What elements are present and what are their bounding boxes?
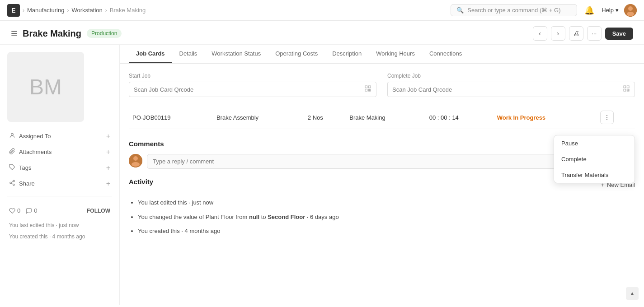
tab-workstation-status[interactable]: Workstation Status	[204, 45, 268, 63]
sidebar-item-share[interactable]: Share +	[7, 177, 112, 191]
sidebar-item-attachments[interactable]: Attachments +	[7, 145, 112, 159]
page-header-left: ☰ Brake Making Production	[11, 28, 122, 39]
follow-button[interactable]: FOLLOW	[87, 208, 110, 214]
tab-description[interactable]: Description	[325, 45, 369, 63]
job-table: PO-JOB00119 Brake Assembly 2 Nos Brake M…	[129, 106, 635, 129]
tab-details[interactable]: Details	[172, 45, 205, 63]
scroll-up-button[interactable]: ▲	[626, 287, 639, 300]
start-job-qr-scan-icon[interactable]	[364, 85, 371, 94]
svg-rect-13	[368, 89, 369, 90]
svg-rect-16	[368, 90, 369, 91]
complete-job-input[interactable]	[392, 86, 619, 93]
more-options-button[interactable]: ···	[587, 26, 602, 41]
sidebar-activity: You last edited this · just now You crea…	[7, 219, 112, 246]
comments-count: 0	[34, 207, 37, 214]
dropdown-item-complete[interactable]: Complete	[554, 151, 635, 167]
comment-button[interactable]: 0	[26, 207, 37, 214]
page-title: Brake Making	[23, 28, 81, 39]
complete-job-label: Complete Job	[387, 73, 635, 79]
prev-button[interactable]: ‹	[533, 26, 547, 41]
svg-rect-18	[627, 86, 629, 88]
like-button[interactable]: 0	[9, 207, 20, 214]
job-assembly: Brake Assembly	[216, 114, 259, 121]
breadcrumb-sep-3: ›	[105, 7, 107, 14]
breadcrumb-current: Brake Making	[110, 7, 146, 14]
share-icon	[9, 180, 15, 187]
help-label: Help	[602, 7, 614, 14]
complete-job-field: Complete Job	[387, 73, 635, 97]
dropdown-item-transfer[interactable]: Transfer Materials	[554, 167, 635, 183]
sidebar-item-attachments-left: Attachments	[9, 148, 52, 156]
assigned-to-label: Assigned To	[19, 133, 51, 140]
sidebar-activity-1: You last edited this · just now	[9, 221, 110, 230]
job-card-scan-row: Start Job Complete Job	[129, 73, 635, 97]
next-button[interactable]: ›	[551, 26, 565, 41]
sidebar-item-assigned-to[interactable]: Assigned To +	[7, 129, 112, 143]
navbar-left: E › Manufacturing › Workstation › Brake …	[7, 4, 146, 17]
svg-rect-23	[627, 90, 628, 91]
job-qty: 2 Nos	[308, 114, 323, 121]
avatar[interactable]	[624, 4, 637, 17]
search-placeholder: Search or type a command (⌘ + G)	[467, 7, 560, 14]
svg-point-7	[13, 184, 15, 186]
start-job-field: Start Job	[129, 73, 376, 97]
svg-point-26	[132, 162, 140, 167]
sidebar-item-assigned-to-left: Assigned To	[9, 132, 51, 140]
assigned-to-add-icon[interactable]: +	[106, 133, 110, 140]
status-badge: Production	[87, 29, 122, 38]
tab-bar: Job Cards Details Workstation Status Ope…	[120, 45, 644, 64]
tab-operating-costs[interactable]: Operating Costs	[268, 45, 325, 63]
complete-job-qr-scan-icon[interactable]	[623, 85, 630, 94]
job-timer: 00 : 00 : 14	[429, 114, 459, 121]
print-button[interactable]: 🖨	[569, 26, 583, 41]
share-add-icon[interactable]: +	[106, 180, 110, 187]
svg-point-2	[627, 12, 634, 16]
svg-point-1	[628, 6, 633, 11]
svg-rect-12	[365, 89, 367, 91]
tab-job-cards[interactable]: Job Cards	[129, 45, 172, 63]
svg-rect-22	[628, 89, 629, 90]
svg-point-25	[133, 156, 138, 161]
svg-line-9	[11, 181, 13, 182]
breadcrumb-workstation[interactable]: Workstation	[71, 7, 102, 14]
sidebar-divider	[7, 196, 112, 196]
like-count: 0	[17, 207, 20, 214]
content-area: Job Cards Details Workstation Status Ope…	[120, 45, 644, 305]
search-icon: 🔍	[456, 7, 464, 14]
attachments-add-icon[interactable]: +	[106, 149, 110, 156]
help-button[interactable]: Help ▾	[602, 7, 619, 14]
sidebar-item-tags[interactable]: Tags +	[7, 161, 112, 175]
list-item: You created this · 4 months ago	[138, 227, 635, 236]
svg-point-3	[11, 133, 14, 135]
complete-job-qr-input[interactable]	[387, 82, 635, 97]
start-job-qr-input[interactable]	[129, 82, 376, 97]
assigned-to-icon	[9, 132, 15, 140]
comment-avatar	[129, 154, 142, 167]
list-item: You changed the value of Plant Floor fro…	[138, 213, 635, 222]
notification-button[interactable]: 🔔	[583, 4, 596, 17]
tab-working-hours[interactable]: Working Hours	[369, 45, 422, 63]
share-label: Share	[19, 180, 35, 187]
activity-section: Activity + New Email You last edited thi…	[129, 178, 635, 236]
attachments-label: Attachments	[19, 149, 52, 155]
tags-add-icon[interactable]: +	[106, 164, 110, 172]
svg-rect-14	[370, 90, 371, 91]
breadcrumb-manufacturing[interactable]: Manufacturing	[27, 7, 64, 14]
navbar-right: 🔍 Search or type a command (⌘ + G) 🔔 Hel…	[451, 4, 637, 17]
tab-connections[interactable]: Connections	[422, 45, 469, 63]
menu-icon[interactable]: ☰	[11, 29, 17, 38]
activity-title: Activity	[129, 178, 153, 186]
sidebar-activity-2: You created this · 4 months ago	[9, 233, 110, 241]
sidebar-actions: 0 0 FOLLOW	[7, 204, 112, 218]
attachments-icon	[9, 148, 15, 156]
search-bar[interactable]: 🔍 Search or type a command (⌘ + G)	[451, 4, 577, 16]
start-job-input[interactable]	[134, 86, 361, 93]
page-header-right: ‹ › 🖨 ··· Save	[533, 26, 633, 41]
dropdown-item-pause[interactable]: Pause	[554, 135, 635, 151]
svg-rect-11	[368, 86, 371, 88]
breadcrumb-sep-1: ›	[23, 7, 24, 14]
save-button[interactable]: Save	[605, 28, 633, 40]
job-more-button[interactable]: ⋮	[600, 111, 614, 124]
app-logo[interactable]: E	[7, 4, 20, 17]
svg-rect-19	[624, 89, 626, 91]
